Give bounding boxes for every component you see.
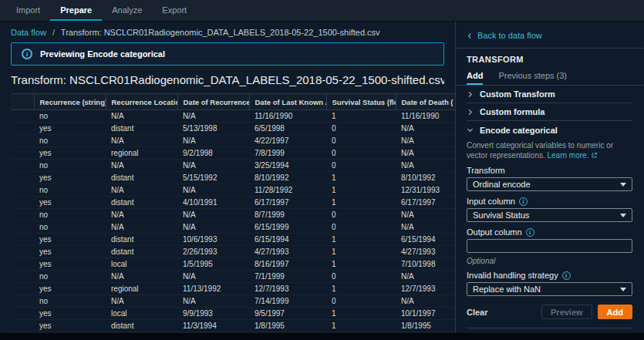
table-row: yesdistant5/15/19928/10/199218/10/1992 — [11, 172, 455, 184]
table-cell: 8/16/1997 — [249, 258, 326, 271]
table-cell: 6/17/1997 — [396, 197, 455, 209]
table-row: noN/AN/A11/16/1990111/16/1990 — [11, 110, 455, 123]
table-cell: 1 — [326, 283, 396, 295]
table-cell: 1 — [326, 172, 396, 184]
table-cell: 1/8/1995 — [396, 320, 455, 332]
chevron-down-icon — [620, 183, 626, 187]
table-cell: N/A — [106, 295, 177, 308]
column-header: Date of Last Known Al... — [249, 94, 326, 110]
panel-tabs: Add Previous steps (3) — [456, 69, 643, 86]
table-row: noN/AN/A8/7/19990N/A — [11, 209, 455, 221]
tab-export[interactable]: Export — [152, 0, 197, 21]
chevron-down-icon — [620, 288, 626, 291]
input-column-select-value: Survival Status — [473, 210, 529, 220]
table-cell: 1 — [326, 110, 396, 123]
table-cell: no — [34, 135, 106, 147]
table-cell: N/A — [106, 110, 177, 123]
table-cell: N/A — [177, 209, 249, 221]
table-cell — [11, 209, 34, 221]
table-cell — [11, 234, 34, 246]
table-row: yesdistant4/10/19916/17/199716/17/1997 — [11, 197, 455, 209]
table-cell: 0 — [326, 271, 396, 283]
table-cell — [11, 197, 34, 209]
tab-prepare[interactable]: Prepare — [50, 0, 102, 21]
encode-categorical-form: Convert categorical variables to numeric… — [467, 140, 632, 328]
output-column-field-label: Output column i — [467, 227, 632, 237]
table-cell: 5/13/1998 — [177, 123, 249, 135]
info-icon[interactable]: i — [562, 271, 571, 280]
table-row: noN/AN/A4/22/19970N/A — [11, 135, 455, 147]
table-cell: 3/25/1994 — [249, 160, 326, 172]
column-header: Survival Status (float) — [326, 94, 396, 110]
table-cell — [11, 271, 34, 283]
table-row: noN/AN/A7/1/19990N/A — [11, 271, 455, 283]
preview-button[interactable]: Preview — [541, 305, 592, 319]
add-button[interactable]: Add — [598, 305, 632, 319]
table-cell: N/A — [177, 135, 249, 147]
table-cell: N/A — [106, 221, 177, 234]
breadcrumb-separator: / — [52, 28, 55, 37]
table-cell: no — [34, 110, 106, 123]
app-root: Import Prepare Analyze Export Data flow … — [0, 0, 644, 340]
table-cell — [11, 147, 34, 160]
tab-import[interactable]: Import — [6, 0, 50, 21]
clear-button[interactable]: Clear — [467, 308, 488, 317]
table-row: yesregional9/2/19987/8/19990N/A — [11, 147, 455, 160]
table-cell: distant — [106, 197, 177, 209]
table-cell: 6/5/1998 — [249, 123, 326, 135]
table-cell: N/A — [396, 295, 455, 308]
encode-description: Convert categorical variables to numeric… — [467, 140, 632, 160]
tab-previous-steps[interactable]: Previous steps (3) — [498, 69, 567, 85]
section-custom-transform[interactable]: Custom Transform — [467, 86, 632, 103]
table-cell — [11, 246, 34, 258]
table-cell: N/A — [106, 209, 177, 221]
table-cell: N/A — [177, 221, 249, 234]
table-cell: 11/16/1990 — [396, 110, 455, 123]
section-custom-formula[interactable]: Custom formula — [467, 103, 632, 121]
table-cell: yes — [34, 123, 106, 135]
table-cell: 8/7/1999 — [249, 209, 326, 221]
table-cell — [11, 221, 34, 234]
back-to-data-flow-link[interactable]: Back to data flow — [467, 31, 632, 40]
data-table: Recurrence (string)Recurrence Location (… — [11, 93, 455, 340]
info-icon[interactable]: i — [526, 228, 534, 237]
bottom-bar — [0, 333, 644, 340]
table-cell — [11, 320, 34, 332]
info-icon[interactable]: i — [519, 197, 528, 206]
table-cell: 8/10/1992 — [249, 172, 326, 184]
chevron-right-icon — [467, 109, 474, 116]
tab-analyze[interactable]: Analyze — [102, 0, 152, 21]
section-encode-categorical[interactable]: Encode categorical — [467, 121, 632, 139]
table-cell: no — [34, 184, 106, 197]
tab-add[interactable]: Add — [467, 69, 483, 85]
transform-field-label: Transform — [467, 166, 632, 175]
table-cell: N/A — [396, 147, 455, 160]
table-cell: yes — [34, 197, 106, 209]
invalid-handling-select-value: Replace with NaN — [473, 284, 541, 294]
learn-more-link[interactable]: Learn more. — [548, 151, 598, 160]
output-column-input[interactable] — [467, 239, 632, 253]
table-row: yesdistant11/3/19941/8/199511/8/1995 — [11, 320, 455, 332]
table-cell: 6/15/1999 — [249, 221, 326, 234]
input-column-select[interactable]: Survival Status — [467, 208, 632, 222]
transform-select[interactable]: Ordinal encode — [467, 177, 632, 191]
panel-divider — [456, 48, 643, 49]
table-cell: no — [34, 160, 106, 172]
table-cell — [11, 172, 34, 184]
data-table-body: noN/AN/A11/16/1990111/16/1990yesdistant5… — [11, 110, 455, 340]
table-cell: yes — [34, 234, 106, 246]
table-row: yeslocal1/5/19958/16/199717/10/1998 — [11, 258, 455, 271]
table-cell: 0 — [326, 209, 396, 221]
table-cell: N/A — [106, 184, 177, 197]
table-cell: 9/2/1998 — [177, 147, 249, 160]
table-row: yesdistant2/26/19934/27/199314/27/1993 — [11, 246, 455, 258]
back-link-label: Back to data flow — [477, 31, 542, 40]
invalid-handling-select[interactable]: Replace with NaN — [467, 282, 632, 296]
column-header: Recurrence (string) — [34, 94, 106, 110]
table-cell: 0 — [326, 135, 396, 147]
table-cell: regional — [106, 283, 177, 295]
table-cell: 11/16/1990 — [249, 110, 326, 123]
table-row: yeslocal9/9/19939/5/1997110/1/1997 — [11, 308, 455, 320]
table-row: noN/AN/A3/25/19940N/A — [11, 160, 455, 172]
breadcrumb-data-flow-link[interactable]: Data flow — [11, 28, 46, 37]
